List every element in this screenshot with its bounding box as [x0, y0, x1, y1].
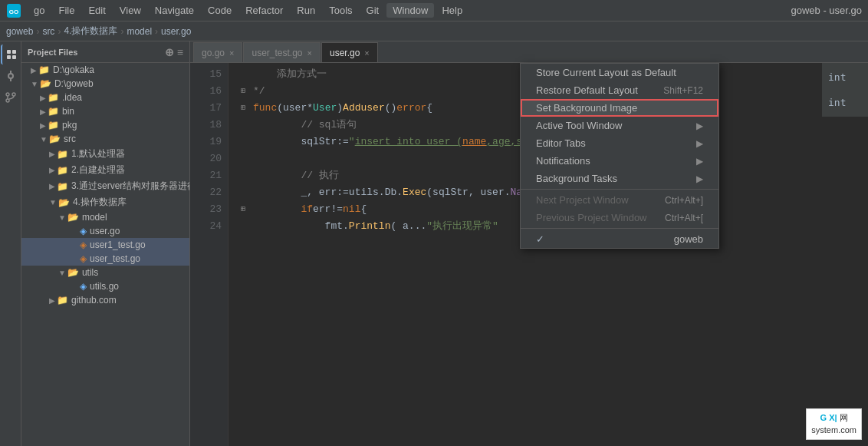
- watermark: G X| 网system.com: [806, 408, 862, 440]
- code-text: Println: [349, 218, 391, 235]
- tree-item-idea[interactable]: ▶ 📁 .idea: [21, 91, 189, 104]
- breadcrumb-goweb[interactable]: goweb: [6, 26, 33, 37]
- menu-tools[interactable]: Tools: [323, 3, 358, 18]
- menu-go[interactable]: go: [28, 3, 51, 18]
- tree-item-goweb[interactable]: ▼ 📂 D:\goweb: [21, 77, 189, 91]
- menu-git[interactable]: Git: [360, 3, 386, 18]
- folder-icon: 📁: [57, 295, 68, 306]
- collapse-icon[interactable]: ≡: [177, 46, 183, 58]
- checkmark-icon: ✓: [536, 233, 548, 245]
- menu-item-goweb[interactable]: ✓ goweb: [521, 230, 718, 248]
- breadcrumb-db[interactable]: 4.操作数据库: [64, 25, 117, 38]
- menu-file[interactable]: File: [52, 3, 81, 18]
- menu-item-next-window[interactable]: Next Project Window Ctrl+Alt+]: [521, 191, 718, 209]
- breadcrumb: goweb › src › 4.操作数据库 › model › user.go: [0, 21, 868, 41]
- go-test-icon: ◈: [80, 253, 87, 264]
- svg-rect-3: [12, 50, 16, 54]
- tree-label: utils.go: [90, 281, 119, 292]
- app-logo: GO: [6, 3, 21, 18]
- tree-item-utils[interactable]: ▼ 📂 utils: [21, 266, 189, 279]
- breadcrumb-sep2: ›: [58, 26, 61, 37]
- menu-item-restore-layout[interactable]: Restore Default Layout Shift+F12: [521, 81, 718, 99]
- tree-item-src[interactable]: ▼ 📂 src: [21, 132, 189, 146]
- code-text: .: [396, 184, 403, 201]
- menu-code[interactable]: Code: [202, 3, 238, 18]
- svg-rect-4: [7, 55, 11, 59]
- menu-item-shortcut: Ctrl+Alt+]: [665, 195, 703, 206]
- tree-item-db[interactable]: ▼ 📂 4.操作数据库: [21, 194, 189, 210]
- code-text: error: [396, 100, 426, 117]
- code-text: (): [385, 100, 397, 117]
- gutter-icon: ⊞: [241, 83, 252, 100]
- arrow-icon: ▶: [40, 107, 46, 116]
- activity-pullrequests[interactable]: [1, 88, 21, 107]
- menu-run[interactable]: Run: [291, 3, 321, 18]
- tree-label: D:\goweb: [54, 78, 94, 89]
- watermark-text: G X| 网system.com: [806, 408, 862, 440]
- breadcrumb-src[interactable]: src: [42, 26, 54, 37]
- go-file-icon: ◈: [80, 281, 87, 292]
- arrow-icon: ▼: [31, 80, 38, 88]
- menu-edit[interactable]: Edit: [82, 3, 111, 18]
- arrow-icon: ▶: [49, 150, 55, 158]
- tree-item-handler2[interactable]: ▶ 📁 2.自建处理器: [21, 162, 189, 178]
- tree-item-utilsgo[interactable]: ◈ utils.go: [21, 279, 189, 293]
- add-icon[interactable]: ⊕: [165, 46, 174, 58]
- menu-help[interactable]: Help: [436, 3, 469, 18]
- svg-point-6: [8, 74, 13, 78]
- code-text: // 执行: [253, 167, 339, 184]
- code-text: 添加方式一: [253, 66, 327, 83]
- tab-label: user.go: [330, 48, 360, 58]
- menu-item-background-tasks[interactable]: Background Tasks ▶: [521, 170, 718, 187]
- menu-item-label: Previous Project Window: [536, 212, 647, 223]
- breadcrumb-model[interactable]: model: [127, 26, 152, 37]
- close-tab-icon[interactable]: ×: [307, 48, 312, 58]
- menu-item-editor-tabs[interactable]: Editor Tabs ▶: [521, 134, 718, 152]
- menu-view[interactable]: View: [113, 3, 147, 18]
- activity-commit[interactable]: [1, 66, 21, 86]
- menu-item-notifications[interactable]: Notifications ▶: [521, 152, 718, 170]
- menu-item-set-background[interactable]: Set Background Image: [521, 99, 718, 117]
- tree-item-pkg[interactable]: ▶ 📁 pkg: [21, 118, 189, 132]
- tree-item-model[interactable]: ▼ 📂 model: [21, 210, 189, 224]
- tab-label: user_test.go: [252, 48, 302, 58]
- tree-label: user.go: [90, 226, 120, 236]
- tab-usertestgo[interactable]: user_test.go ×: [243, 42, 320, 62]
- close-tab-icon[interactable]: ×: [229, 48, 234, 58]
- close-tab-icon[interactable]: ×: [364, 48, 369, 58]
- tree-item-server[interactable]: ▶ 📁 3.通过server结构对服务器进行配置: [21, 178, 189, 194]
- code-text: User: [313, 100, 337, 117]
- menu-bar: go File Edit View Navigate Code Refactor…: [28, 3, 791, 18]
- tree-item-bin[interactable]: ▶ 📁 bin: [21, 104, 189, 118]
- sidebar: Project Files ⊕ ≡ ▶ 📁 D:\gokaka ▼ 📂 D:\g…: [21, 41, 190, 446]
- tree-item-handler1[interactable]: ▶ 📁 1.默认处理器: [21, 146, 189, 162]
- tree-item-usergo[interactable]: ◈ user.go: [21, 224, 189, 238]
- breadcrumb-file[interactable]: user.go: [161, 26, 191, 37]
- tree-label: utils: [82, 267, 98, 278]
- menu-item-label: Notifications: [536, 155, 590, 167]
- menu-item-label: Next Project Window: [536, 194, 629, 206]
- menu-item-prev-window[interactable]: Previous Project Window Ctrl+Alt+[: [521, 209, 718, 226]
- menu-refactor[interactable]: Refactor: [239, 3, 289, 18]
- menu-item-active-tool[interactable]: Active Tool Window ▶: [521, 117, 718, 134]
- window-title: goweb - user.go: [791, 5, 862, 16]
- menu-item-store-layout[interactable]: Store Current Layout as Default: [521, 64, 718, 81]
- code-text: :=: [337, 184, 349, 201]
- tree-item-gokaka[interactable]: ▶ 📁 D:\gokaka: [21, 63, 189, 77]
- tree-label: 4.操作数据库: [73, 196, 127, 209]
- activity-project[interactable]: [1, 45, 21, 64]
- folder-icon: 📂: [67, 212, 79, 223]
- code-text: utils: [349, 184, 379, 201]
- breadcrumb-sep3: ›: [120, 26, 123, 37]
- tree-item-github[interactable]: ▶ 📁 github.com: [21, 293, 189, 307]
- tree-label: user_test.go: [90, 253, 140, 264]
- tree-item-user1testgo[interactable]: ◈ user1_test.go: [21, 238, 189, 252]
- go-test-icon: ◈: [80, 240, 87, 250]
- code-text: sqlStr: [253, 134, 337, 150]
- tab-gogo[interactable]: go.go ×: [193, 42, 242, 62]
- tree-item-usertestgo[interactable]: ◈ user_test.go: [21, 252, 189, 266]
- code-text: .: [379, 184, 385, 201]
- menu-navigate[interactable]: Navigate: [149, 3, 200, 18]
- tab-usergo[interactable]: user.go ×: [321, 42, 378, 62]
- menu-window[interactable]: Window: [386, 3, 434, 18]
